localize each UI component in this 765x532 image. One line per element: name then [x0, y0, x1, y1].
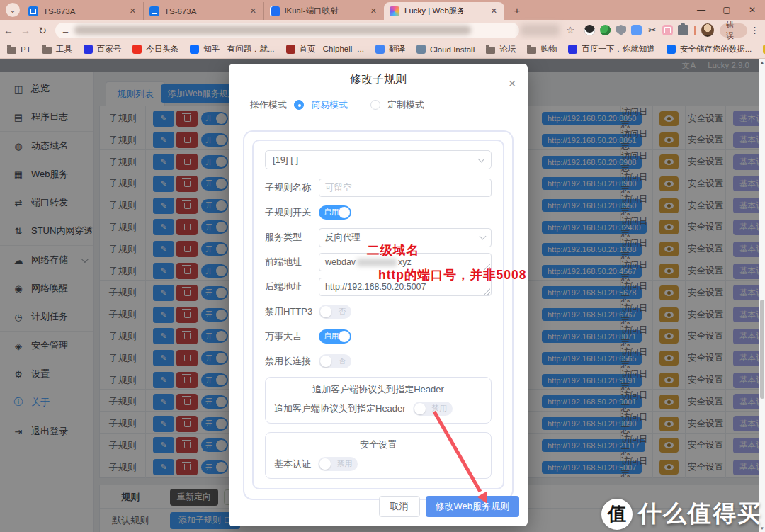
tab-favicon: [390, 6, 400, 16]
radio-simple-mode[interactable]: [294, 100, 304, 110]
shield-extension-icon[interactable]: [616, 25, 626, 35]
tab-title: Lucky | Web服务: [404, 6, 489, 16]
tab-close-icon[interactable]: ✕: [489, 6, 499, 16]
folder-icon: [527, 47, 536, 54]
bookmark-item[interactable]: 购物: [527, 44, 557, 55]
frontend-label: 前端地址: [265, 256, 319, 268]
bookmark-label: 论坛: [499, 44, 516, 55]
switch-label: 子规则开关: [265, 206, 319, 219]
bookmark-favicon: [132, 45, 142, 54]
browser-tab[interactable]: iKuai-端口映射 ✕: [264, 2, 384, 20]
reload-button[interactable]: ↻: [34, 25, 51, 36]
forward-button[interactable]: →: [17, 25, 34, 36]
minimize-button[interactable]: —: [688, 0, 714, 20]
type-field-row: 服务类型 反向代理: [265, 228, 492, 247]
page-scrollbar[interactable]: ▲ ▼: [759, 59, 765, 532]
form-inner-box: [19] [ ] 子规则名称 可留空 子规则开关 启用 服务类型 反向代理: [252, 140, 504, 489]
custom-mode-label[interactable]: 定制模式: [387, 98, 424, 111]
bookmark-item[interactable]: Cloud Install: [416, 45, 475, 54]
sub-rule-switch[interactable]: 启用: [319, 205, 351, 220]
scrollbar-thumb[interactable]: [760, 300, 764, 399]
browser-tab[interactable]: TS-673A ✕: [143, 2, 264, 20]
submit-edit-rule-button[interactable]: 修改Web服务规则: [426, 496, 520, 517]
pink-extension-icon[interactable]: [662, 25, 673, 35]
bookmark-favicon: [568, 45, 577, 54]
back-button[interactable]: ←: [0, 25, 17, 36]
bookmark-label: 购物: [540, 44, 557, 55]
backend-value: http://192.168.50.20:5007: [325, 282, 426, 292]
close-window-button[interactable]: ✕: [740, 0, 765, 20]
bookmark-item[interactable]: 工具: [42, 44, 72, 55]
resize-handle[interactable]: [484, 288, 490, 295]
profile-chip[interactable]: 错误: [720, 23, 747, 38]
site-settings-icon[interactable]: ☰: [62, 26, 69, 34]
bookmark-star-icon[interactable]: ☆: [567, 25, 575, 35]
bookmark-item[interactable]: 首页 - Chiphell -...: [286, 44, 364, 55]
chevron-down-icon: [478, 155, 485, 162]
profile-avatar[interactable]: [701, 23, 714, 37]
toggle-off-label: 否: [339, 356, 346, 366]
lucky-app-page: 文A Lucky 2.9.0 ◫ 总览 ▤ 程序日志 ◍ 动态域名 ▦ Web服…: [0, 59, 765, 532]
tab-close-icon[interactable]: ✕: [128, 6, 137, 16]
luck-label: 万事大吉: [265, 330, 319, 343]
tab-close-icon[interactable]: ✕: [249, 6, 258, 16]
window-controls: — ▢ ✕: [688, 0, 765, 20]
bookmark-label: 知乎 - 有问题，就...: [203, 44, 274, 55]
bookmark-item[interactable]: 安全储存您的数据...: [667, 44, 752, 55]
bookmark-label: 百家号: [97, 44, 122, 55]
bookmark-label: 今日头条: [146, 44, 178, 55]
tab-search-button[interactable]: ⌄: [6, 3, 20, 17]
dialog-footer: 取消 修改Web服务规则: [379, 496, 520, 517]
browser-tab[interactable]: TS-673A ✕: [23, 2, 143, 20]
form-outer-box: [19] [ ] 子规则名称 可留空 子规则开关 启用 服务类型 反向代理: [243, 130, 514, 500]
append-header-toggle[interactable]: 禁用: [413, 402, 453, 416]
bookmark-label: 百度一下，你就知道: [582, 44, 655, 55]
browser-tab[interactable]: Lucky | Web服务 ✕: [384, 2, 504, 20]
http3-label: 禁用HTTP3: [265, 305, 319, 318]
bookmark-item[interactable]: 论坛: [486, 44, 516, 55]
blue-extension-icon[interactable]: [631, 25, 642, 35]
name-input[interactable]: 可留空: [319, 179, 492, 197]
frontend-field-row: 前端地址 webdav xyz: [265, 253, 492, 271]
address-bar[interactable]: ☰: [55, 23, 519, 38]
disable-http3-toggle[interactable]: 否: [319, 305, 351, 319]
bookmark-item[interactable]: 今日头条: [132, 44, 178, 55]
service-type-select[interactable]: 反向代理: [319, 228, 492, 247]
simple-mode-label[interactable]: 简易模式: [311, 98, 348, 111]
bookmark-item[interactable]: 百家号: [84, 44, 122, 55]
cancel-button[interactable]: 取消: [379, 496, 420, 517]
toggle-knob: [339, 331, 350, 342]
scroll-up-arrow[interactable]: ▲: [759, 60, 765, 64]
basic-auth-toggle[interactable]: 禁用: [318, 457, 358, 471]
browser-menu-icon[interactable]: ⋮: [750, 25, 759, 35]
scroll-down-arrow[interactable]: ▼: [759, 526, 765, 531]
blurred-url: [74, 26, 471, 35]
append-header-label: 追加客户端协议头到指定Header: [274, 402, 406, 415]
bookmark-item[interactable]: 知乎 - 有问题，就...: [190, 44, 274, 55]
luck-field-row: 万事大吉 启用: [265, 327, 492, 346]
extensions-puzzle-icon[interactable]: [678, 25, 688, 35]
new-tab-button[interactable]: +: [509, 1, 526, 18]
dialog-close-icon[interactable]: ✕: [508, 78, 516, 89]
panda-extension-icon[interactable]: [584, 25, 595, 35]
all-good-toggle[interactable]: 启用: [319, 329, 351, 344]
bookmark-item[interactable]: 百度一下，你就知道: [568, 44, 655, 55]
frontend-address-input[interactable]: webdav xyz: [319, 253, 492, 271]
name-placeholder: 可留空: [325, 182, 352, 194]
bookmark-item[interactable]: 翻译: [375, 44, 405, 55]
tab-close-icon[interactable]: ✕: [369, 6, 378, 16]
radio-custom-mode[interactable]: [370, 100, 380, 110]
browser-window: ⌄ TS-673A ✕ TS-673A ✕ iKuai-端口映射 ✕ Lucky…: [0, 0, 765, 532]
download-manager-extension-icon[interactable]: [600, 25, 611, 35]
target-rule-select[interactable]: [19] [ ]: [265, 150, 492, 169]
chevron-down-icon: [480, 233, 487, 240]
extension-divider: [694, 26, 696, 35]
disable-keepalive-toggle[interactable]: 否: [319, 354, 351, 368]
maximize-button[interactable]: ▢: [714, 0, 740, 20]
resize-handle[interactable]: [484, 264, 490, 270]
bookmark-item[interactable]: PT: [7, 45, 31, 54]
backend-address-input[interactable]: http://192.168.50.20:5007: [319, 278, 492, 296]
bookmark-label: 翻译: [389, 44, 405, 55]
dialog-divider: [229, 120, 528, 120]
scissors-extension-icon[interactable]: ✂: [647, 25, 657, 35]
